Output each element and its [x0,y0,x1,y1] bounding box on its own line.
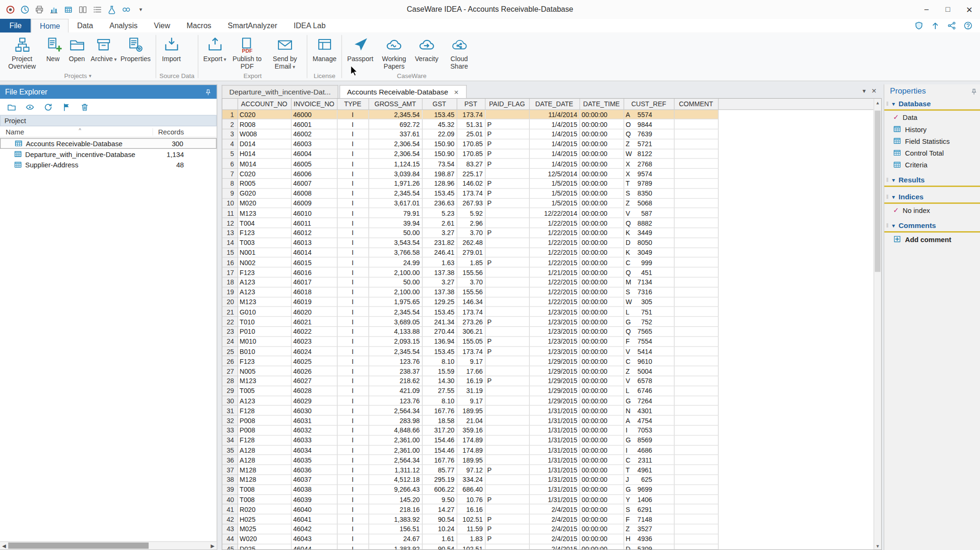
cell[interactable] [485,485,529,495]
cell[interactable] [485,267,529,277]
row-number[interactable]: 40 [222,495,237,504]
cell[interactable]: 15.59 [422,366,457,376]
list-icon[interactable] [92,4,103,15]
cell[interactable]: 225.17 [457,169,485,179]
cell[interactable]: W008 [237,129,291,139]
table-icon[interactable] [63,4,74,15]
cell[interactable]: N002 [237,258,291,267]
cell[interactable] [485,435,529,445]
cell[interactable]: 1/29/2015 [529,356,579,366]
collapse-icon[interactable]: ▼ [891,177,896,183]
cell[interactable]: C020 [237,110,291,119]
cell[interactable]: 14.27 [422,504,457,514]
row-number[interactable]: 4 [222,139,237,149]
cell[interactable]: 97.12 [457,465,485,475]
file-explorer-item-departure-with-incentive-database[interactable]: Departure_with_incentive-Database1,134 [0,149,217,159]
ribbon-button-properties[interactable]: Properties [119,32,152,63]
refresh-icon[interactable] [43,102,53,112]
maximize-button[interactable]: □ [937,0,959,19]
cell[interactable]: I [337,356,369,366]
cell[interactable]: H4936 [624,534,674,544]
cell[interactable]: 174.89 [457,435,485,445]
cell[interactable]: S7316 [624,287,674,297]
row-number[interactable]: 17 [222,267,237,277]
ribbon-button-cloud-share[interactable]: Cloud Share [440,32,478,71]
cell[interactable]: 46011 [291,218,337,228]
cell[interactable]: 17.66 [457,366,485,376]
cell[interactable]: 150.90 [422,139,457,149]
cell[interactable] [674,366,718,376]
cell[interactable]: 1/4/2015 [529,139,579,149]
cell[interactable]: 1,971.26 [369,179,422,189]
cell[interactable]: 00:00:00 [579,465,624,475]
cell[interactable]: D025 [237,544,291,550]
cell[interactable]: W020 [237,534,291,544]
cell[interactable]: 46030 [291,406,337,416]
cell[interactable]: 00:00:00 [579,238,624,248]
row-number[interactable]: 12 [222,218,237,228]
row-number[interactable]: 42 [222,514,237,524]
cell[interactable]: 146.02 [457,179,485,189]
cell[interactable]: I [337,189,369,198]
cell[interactable] [674,356,718,366]
cell[interactable]: 00:00:00 [579,119,624,129]
cell[interactable]: 1/22/2015 [529,287,579,297]
cell[interactable]: A123 [237,287,291,297]
ribbon-button-veracity[interactable]: Veracity [413,32,440,63]
cell[interactable]: 11.59 [457,524,485,534]
cell[interactable]: 2,093.15 [369,337,422,346]
cell[interactable]: 4,133.88 [369,327,422,337]
cell[interactable]: Q8882 [624,218,674,228]
file-explorer-item-supplier-address[interactable]: Supplier-Address48 [0,159,217,170]
cell[interactable] [674,198,718,208]
row-number[interactable]: 25 [222,346,237,356]
cell[interactable] [674,337,718,346]
cell[interactable] [485,307,529,317]
cell[interactable]: 46017 [291,277,337,287]
cell[interactable] [674,129,718,139]
cell[interactable] [674,149,718,159]
cell[interactable]: 1/5/2015 [529,179,579,189]
cell[interactable]: T004 [237,218,291,228]
cell[interactable]: 27.55 [422,386,457,396]
cell[interactable]: 46039 [291,495,337,504]
cell[interactable] [674,258,718,267]
cell[interactable]: 246.41 [422,248,457,258]
cell[interactable]: I [337,514,369,524]
row-number[interactable]: 14 [222,238,237,248]
cell[interactable]: A128 [237,445,291,455]
cell[interactable]: 00:00:00 [579,258,624,267]
cell[interactable]: I [337,416,369,425]
cell[interactable]: 00:00:00 [579,475,624,485]
cell[interactable]: 46038 [291,485,337,495]
cell[interactable]: J625 [624,475,674,485]
cell[interactable] [674,416,718,425]
collapse-icon[interactable]: ▼ [891,101,896,107]
row-number[interactable]: 27 [222,366,237,376]
cell[interactable] [674,396,718,406]
cell[interactable]: 00:00:00 [579,297,624,307]
row-number[interactable]: 10 [222,198,237,208]
cell[interactable]: A128 [237,455,291,465]
cell[interactable]: 238.37 [369,366,422,376]
cell[interactable]: 46016 [291,267,337,277]
cell[interactable]: 00:00:00 [579,445,624,455]
ribbon-button-import[interactable]: Import [159,32,183,63]
cell[interactable]: 2,306.54 [369,149,422,159]
cell[interactable]: 9.17 [457,396,485,406]
row-number[interactable]: 5 [222,149,237,159]
cell[interactable]: 1/22/2015 [529,277,579,287]
delete-icon[interactable] [79,102,89,112]
cell[interactable]: I [337,238,369,248]
cell[interactable]: 46008 [291,189,337,198]
cell[interactable]: 00:00:00 [579,524,624,534]
cell[interactable]: I [337,110,369,119]
cell[interactable]: I [337,504,369,514]
cell[interactable]: 00:00:00 [579,406,624,416]
property-item-control-total[interactable]: Control Total [884,148,980,158]
menu-tab-file[interactable]: File [0,19,31,32]
column-header-invoice-no[interactable]: INVOICE_NO [291,99,337,110]
column-header-cust-ref[interactable]: CUST_REF [624,99,674,110]
cell[interactable]: 1/31/2015 [529,485,579,495]
section-header-indices[interactable]: ‖▼Indices [884,191,980,204]
